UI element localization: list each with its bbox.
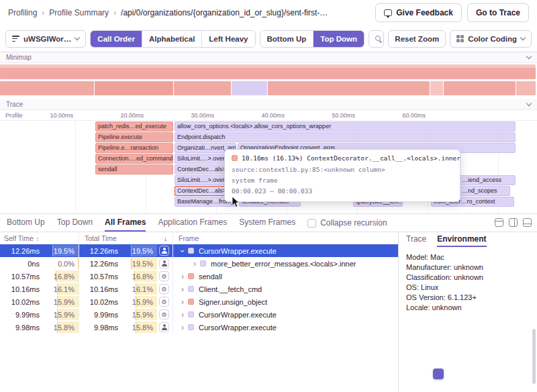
tab-application-frames[interactable]: Application Frames	[158, 214, 227, 232]
thread-selector-dropdown[interactable]: uWSGIWor…	[5, 30, 86, 48]
minimap-section-header[interactable]: Minimap	[0, 52, 537, 63]
collapse-recursion-control[interactable]: Collapse recursion	[307, 218, 387, 228]
direction-top-down-button[interactable]: Top Down	[313, 31, 364, 47]
expand-chevron-icon[interactable]	[191, 259, 199, 268]
frame-name: CursorWrapper.execute	[199, 247, 277, 255]
sort-alphabetical-button[interactable]: Alphabetical	[142, 31, 201, 47]
total-time-cell: 12.26ms19.5%	[79, 257, 173, 270]
flame-frame[interactable]: Connection.…ed_command	[95, 154, 173, 164]
tab-top-down[interactable]: Top Down	[57, 214, 93, 232]
details-panel: Trace Environment Model: MacManufacturer…	[399, 232, 537, 392]
minimap-block	[268, 81, 430, 95]
frame-name: sendall	[199, 273, 222, 281]
flame-frame[interactable]: sendall	[95, 164, 173, 175]
expand-chevron-icon[interactable]	[179, 323, 187, 332]
env-field-value: unknown	[454, 263, 483, 271]
flame-frame[interactable]: patch_redis…ed_execute	[95, 121, 173, 132]
system-frame-icon: ⚙	[159, 271, 169, 281]
minimap-block	[0, 68, 536, 79]
total-time-cell: 10.57ms16.8%⚙	[79, 270, 173, 283]
frame-table-row[interactable]: 0ns0.0%12.26ms19.5%more_better_error_mes…	[0, 257, 398, 270]
minimap-canvas[interactable]	[0, 63, 537, 99]
flame-frame[interactable]: Pipeline.execute	[95, 132, 173, 142]
give-feedback-label: Give Feedback	[396, 8, 453, 17]
frame-table-row[interactable]: 10.02ms15.9%10.02ms15.9%⚙Signer.unsign_o…	[0, 295, 398, 308]
color-coding-dropdown[interactable]: Color Coding	[450, 30, 532, 48]
floating-widget-button[interactable]	[433, 369, 444, 379]
tab-system-frames[interactable]: System Frames	[239, 214, 295, 232]
frame-name: Client.__fetch_cmd	[199, 285, 262, 293]
self-time-cell: 12.26ms19.5%	[0, 244, 79, 257]
find-frames-search[interactable]	[369, 30, 384, 48]
self-time-cell: 9.98ms15.8%	[0, 321, 79, 334]
collapse-recursion-checkbox[interactable]	[307, 219, 316, 228]
minimap-label: Minimap	[6, 54, 32, 61]
ruler-origin-label: Profile	[5, 112, 23, 119]
frame-table-row[interactable]: 9.99ms15.9%9.99ms15.9%⚙CursorWrapper.exe…	[0, 308, 398, 321]
frame-name-cell: CursorWrapper.execute	[173, 308, 398, 321]
total-time-column-header[interactable]: Total Time	[79, 232, 173, 244]
layout-table-icon[interactable]	[495, 218, 503, 227]
self-time-column-header[interactable]: Self Time	[0, 232, 79, 244]
sort-left-heavy-button[interactable]: Left Heavy	[201, 31, 254, 47]
give-feedback-button[interactable]: Give Feedback	[375, 3, 462, 22]
self-time-percent: 16.8%	[44, 270, 79, 283]
frame-column-header[interactable]: Frame	[173, 232, 398, 244]
flame-frame[interactable]: …nd_scopes	[459, 186, 510, 196]
frame-color-swatch	[188, 248, 194, 254]
frame-stack-tabs: Bottom Up Top Down All Frames Applicatio…	[0, 214, 537, 232]
frame-name-cell: more_better_error_messages.<locals>.inne…	[173, 257, 398, 270]
tab-trace-details[interactable]: Trace	[406, 234, 426, 247]
system-frame-icon: ⚙	[159, 297, 169, 307]
frame-table-row[interactable]: 10.16ms16.1%10.16ms16.1%⚙Client.__fetch_…	[0, 283, 398, 295]
scrollbar-thumb[interactable]	[532, 329, 536, 384]
frame-color-swatch	[232, 155, 238, 161]
sort-call-order-button[interactable]: Call Order	[91, 31, 142, 47]
go-to-trace-button[interactable]: Go to Trace	[467, 3, 529, 22]
total-time-value: 9.98ms	[79, 324, 122, 332]
layout-sidebar-bottom-icon[interactable]	[523, 218, 532, 227]
env-field: Manufacturer: unknown	[406, 262, 530, 273]
self-time-value: 10.57ms	[0, 273, 44, 281]
breadcrumb-separator-icon	[42, 8, 44, 17]
breadcrumb-profiling[interactable]: Profiling	[8, 8, 37, 17]
percent-text: 16.8%	[132, 273, 153, 281]
frame-color-swatch	[188, 324, 194, 330]
go-to-trace-label: Go to Trace	[476, 8, 520, 17]
env-field-label: OS Version:	[406, 293, 448, 301]
reset-zoom-button[interactable]: Reset Zoom	[388, 30, 446, 48]
self-time-percent: 15.9%	[44, 308, 79, 321]
breadcrumb-current-route: /api/0/organizations/{organization_id_or…	[121, 8, 328, 17]
flamegraph[interactable]: patch_redis…ed_executeallow_cors_options…	[0, 121, 537, 213]
breadcrumb-profile-summary[interactable]: Profile Summary	[49, 8, 109, 17]
total-time-value: 10.57ms	[79, 273, 122, 281]
frame-table-row[interactable]: 10.57ms16.8%10.57ms16.8%⚙sendall	[0, 270, 398, 283]
frame-table-row[interactable]: 9.98ms15.8%9.98ms15.8%CursorWrapper.exec…	[0, 321, 398, 334]
trace-section-header[interactable]: Trace	[0, 99, 537, 110]
expand-chevron-icon[interactable]	[179, 285, 187, 294]
tab-bottom-up[interactable]: Bottom Up	[7, 214, 45, 232]
direction-bottom-up-button[interactable]: Bottom Up	[260, 31, 313, 47]
expand-chevron-icon[interactable]	[179, 297, 187, 307]
total-time-percent: 19.5%	[122, 244, 157, 257]
flame-frame[interactable]: …iend_access	[459, 175, 516, 185]
tab-environment[interactable]: Environment	[437, 234, 486, 247]
layout-sidebar-right-icon[interactable]	[509, 218, 518, 227]
flame-frame[interactable]: Pipeline.e…ransaction	[95, 143, 173, 153]
frame-table-row[interactable]: 12.26ms19.5%12.26ms19.5%CursorWrapper.ex…	[0, 244, 398, 257]
expand-chevron-icon[interactable]	[178, 247, 187, 255]
chevron-down-icon	[75, 35, 80, 40]
flame-frame[interactable]: allow_cors_options.<locals>.allow_cors_o…	[175, 121, 516, 132]
application-frame-icon	[159, 258, 169, 268]
breadcrumb-separator-icon	[113, 8, 116, 17]
total-time-percent: 15.9%	[122, 308, 157, 321]
frame-name: CursorWrapper.execute	[199, 311, 277, 319]
user-glyph	[162, 260, 167, 266]
minimap-block	[95, 81, 173, 95]
expand-chevron-icon[interactable]	[179, 310, 187, 320]
tab-all-frames[interactable]: All Frames	[105, 214, 146, 232]
breadcrumb-bar: Profiling Profile Summary /api/0/organiz…	[0, 0, 537, 26]
expand-chevron-icon[interactable]	[179, 272, 187, 281]
flame-frame[interactable]: Endpoint.dispatch	[175, 132, 516, 142]
env-field-value: unknown	[432, 303, 462, 311]
